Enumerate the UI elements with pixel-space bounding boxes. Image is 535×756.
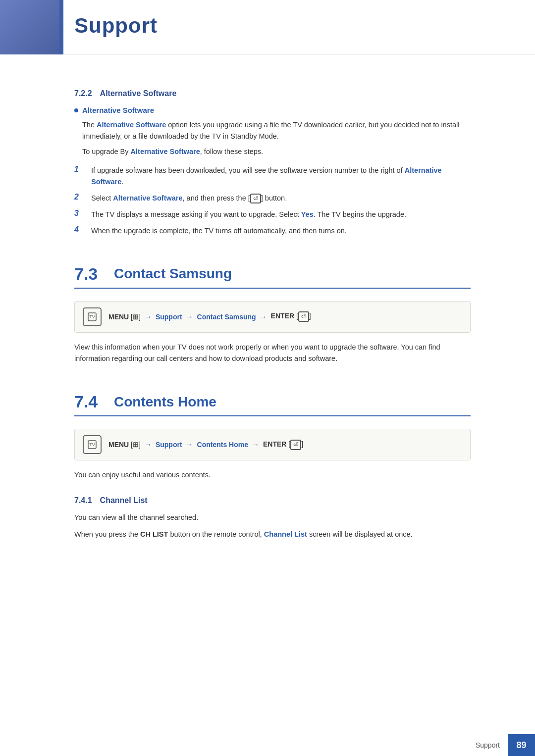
section-74-header: 7.4 Contents Home	[74, 392, 471, 416]
section-741-title: Channel List	[100, 496, 148, 505]
enter-button-icon: ⏎	[250, 194, 261, 203]
arrow-2: →	[186, 313, 193, 321]
para-1: The Alternative Software option lets you…	[82, 119, 471, 142]
ch-list-highlight: CH LIST	[140, 530, 168, 538]
step-2-num: 2	[74, 193, 83, 202]
bullet-dot	[74, 108, 78, 112]
section-741-heading: 7.4.1 Channel List	[74, 496, 471, 505]
section-74-title: Contents Home	[114, 394, 216, 410]
page-footer: Support 89	[0, 734, 535, 756]
remote-svg-2: TV	[87, 439, 98, 450]
step-2: 2 Select Alternative Software, and then …	[74, 193, 471, 204]
path-contents-home: Contents Home	[197, 441, 248, 449]
section-741-body2: When you press the CH LIST button on the…	[74, 529, 471, 541]
enter-icon-2: ⏎	[290, 440, 301, 450]
step-1-highlight: Alternative Software	[91, 166, 442, 186]
arrow-5: →	[186, 441, 193, 449]
section-74: 7.4 Contents Home TV MENU [⊞] → Support …	[74, 392, 471, 541]
bullet-item-alt-software: Alternative Software	[74, 106, 471, 114]
para-2-highlight: Alternative Software	[131, 148, 200, 155]
step-1-text: If upgrade software has been downloaded,…	[91, 165, 471, 188]
footer-page-number: 89	[508, 734, 535, 756]
para-2-suffix: , follow these steps.	[200, 148, 263, 155]
step-3-text: The TV displays a message asking if you …	[91, 209, 406, 220]
section-73-body: View this information when your TV does …	[74, 342, 471, 365]
page-title: Support	[74, 14, 158, 38]
section-74-body: You can enjoy useful and various content…	[74, 469, 471, 481]
arrow-6: →	[252, 441, 259, 449]
section-74-number: 7.4	[74, 392, 104, 411]
svg-text:TV: TV	[89, 442, 95, 447]
path-support-1: Support	[156, 313, 182, 321]
menu-path-74: TV MENU [⊞] → Support → Contents Home → …	[74, 429, 471, 460]
arrow-3: →	[260, 313, 267, 321]
step-4-num: 4	[74, 225, 83, 234]
remote-icon-2: TV	[83, 435, 102, 454]
step-4-text: When the upgrade is complete, the TV tur…	[91, 225, 347, 237]
path-support-2: Support	[156, 441, 182, 449]
section-73-header: 7.3 Contact Samsung	[74, 264, 471, 289]
main-content: 7.2.2 Alternative Software Alternative S…	[0, 54, 535, 583]
para-1-highlight: Alternative Software	[97, 121, 166, 129]
section-741-body1: You can view all the channel searched.	[74, 512, 471, 524]
section-741-number: 7.4.1	[74, 496, 92, 505]
svg-text:TV: TV	[89, 314, 95, 319]
step-1-num: 1	[74, 165, 83, 174]
menu-keyword-2: MENU [⊞]	[108, 441, 141, 449]
section-722-heading: 7.2.2 Alternative Software	[74, 89, 471, 98]
enter-icon-1: ⏎	[298, 311, 309, 321]
header-band: Support	[0, 0, 535, 54]
header-left-accent	[59, 0, 63, 54]
section-722: 7.2.2 Alternative Software Alternative S…	[74, 89, 471, 237]
section-73: 7.3 Contact Samsung TV MENU [⊞] → Suppor…	[74, 264, 471, 365]
menu-path-73: TV MENU [⊞] → Support → Contact Samsung …	[74, 301, 471, 333]
section-73-number: 7.3	[74, 264, 104, 284]
para-2: To upgrade By Alternative Software, foll…	[82, 146, 471, 157]
para-1-prefix: The	[82, 121, 97, 129]
step-4: 4 When the upgrade is complete, the TV t…	[74, 225, 471, 237]
section-73-title: Contact Samsung	[114, 266, 232, 282]
step-3-highlight: Yes	[301, 210, 314, 218]
arrow-4: →	[145, 441, 152, 449]
page: Support 7.2.2 Alternative Software Alter…	[0, 0, 535, 756]
step-2-text: Select Alternative Software, and then pr…	[91, 193, 287, 204]
step-3-num: 3	[74, 209, 83, 218]
remote-svg: TV	[87, 311, 98, 322]
enter-label-2: ENTER [⏎]	[263, 440, 303, 450]
step-1: 1 If upgrade software has been downloade…	[74, 165, 471, 188]
para-2-prefix: To upgrade By	[82, 148, 131, 155]
path-contact-samsung: Contact Samsung	[197, 313, 256, 321]
header-sidebar-accent	[0, 0, 59, 54]
section-741: 7.4.1 Channel List You can view all the …	[74, 496, 471, 541]
channel-list-highlight: Channel List	[264, 530, 307, 538]
enter-label-1: ENTER [⏎]	[271, 311, 311, 321]
remote-icon: TV	[83, 307, 102, 326]
step-2-highlight: Alternative Software	[113, 194, 182, 202]
menu-keyword: MENU [⊞]	[108, 313, 141, 321]
section-722-title: Alternative Software	[100, 89, 177, 98]
steps-list: 1 If upgrade software has been downloade…	[74, 165, 471, 237]
footer-label: Support	[476, 741, 508, 749]
step-3: 3 The TV displays a message asking if yo…	[74, 209, 471, 220]
section-722-number: 7.2.2	[74, 89, 92, 98]
arrow-1: →	[145, 313, 152, 321]
bullet-label: Alternative Software	[82, 106, 154, 114]
